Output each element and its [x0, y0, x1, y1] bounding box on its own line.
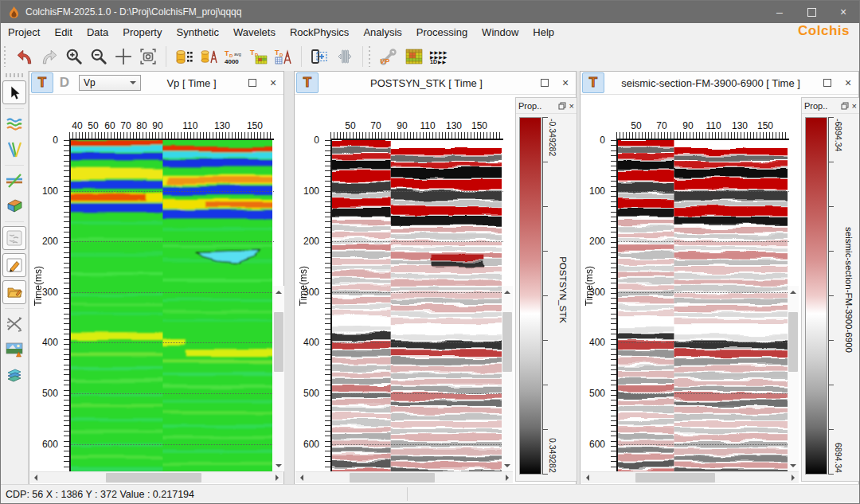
horizon-fault-lines-button[interactable]	[3, 170, 25, 192]
well-curves-icon	[6, 141, 23, 158]
1d-modeling-button[interactable]: ▶▶▶▶▶▶▶▶1D▶▶	[426, 45, 451, 68]
y-axis-ticks	[325, 140, 330, 475]
x-axis-labels: 507090110130150	[330, 115, 500, 131]
scroll-down-arrow[interactable]	[502, 460, 513, 471]
scroll-up-arrow[interactable]	[788, 286, 799, 297]
menu-item[interactable]: Project	[1, 23, 47, 42]
scrollbar-thumb[interactable]	[635, 473, 715, 483]
scroll-up-arrow[interactable]	[273, 286, 284, 297]
x-tick-label: 70	[656, 120, 666, 131]
property-select[interactable]: Vp	[79, 75, 141, 91]
scrollbar-thumb[interactable]	[274, 312, 283, 372]
close-button[interactable]: ×	[827, 1, 859, 23]
menu-item[interactable]: Synthetic	[169, 23, 225, 42]
split-view-add-button[interactable]	[307, 45, 332, 68]
panel-maximize-button[interactable]	[534, 76, 555, 89]
well-curves-button[interactable]	[3, 139, 25, 161]
scroll-left-arrow[interactable]	[295, 472, 307, 483]
vp-tools-button[interactable]: VP	[377, 45, 401, 68]
scroll-up-arrow[interactable]	[502, 286, 513, 297]
menu-item[interactable]: Data	[80, 23, 115, 42]
x-axis-labels: 405060708090110130150	[69, 115, 271, 131]
scroll-right-arrow[interactable]	[502, 472, 513, 483]
scrollbar-thumb[interactable]	[350, 473, 435, 483]
x-tick-label: 130	[214, 120, 230, 131]
td-average-4000-button[interactable]: TDavg4000	[221, 45, 246, 68]
menu-item[interactable]: Analysis	[356, 23, 408, 42]
wiggle-traces-button[interactable]	[332, 45, 357, 68]
menu-item[interactable]: Window	[475, 23, 526, 42]
menu-item[interactable]: Wavelets	[226, 23, 283, 42]
vertical-scrollbar[interactable]	[502, 286, 513, 471]
vertical-scrollbar[interactable]	[788, 286, 799, 471]
horizontal-scrollbar[interactable]	[581, 471, 799, 483]
scroll-right-arrow[interactable]	[788, 472, 799, 483]
x-tick-label: 90	[152, 120, 162, 131]
toolbar: TDavg4000 TD TD VP ▶▶▶▶▶▶▶▶1D▶▶	[1, 42, 859, 72]
sidebar-drag-handle[interactable]	[6, 73, 23, 77]
menu-item[interactable]: RockPhysics	[283, 23, 356, 42]
float-panel-button[interactable]	[558, 102, 566, 110]
menu-item[interactable]: Property	[115, 23, 169, 42]
menu-item[interactable]: Edit	[47, 23, 79, 42]
scrollbar-thumb[interactable]	[502, 312, 512, 372]
postsyn-plot[interactable]	[330, 139, 503, 476]
data-list-button[interactable]	[172, 45, 197, 68]
menu-item[interactable]: Help	[526, 23, 561, 42]
well-data-button[interactable]	[197, 45, 221, 68]
fault-sticks-button[interactable]	[3, 313, 25, 335]
property-grid-button[interactable]	[401, 45, 426, 68]
export-image-button[interactable]	[3, 338, 25, 361]
app-icon	[9, 6, 19, 18]
scroll-right-arrow[interactable]	[272, 472, 283, 483]
toolbar-drag-handle[interactable]	[367, 46, 372, 67]
zoom-out-button[interactable]	[86, 45, 111, 68]
edit-pencil-button[interactable]	[2, 253, 26, 277]
close-colorbar-button[interactable]: ×	[852, 101, 857, 111]
undo-button[interactable]	[12, 45, 37, 68]
vertical-scrollbar[interactable]	[273, 286, 284, 471]
close-colorbar-button[interactable]: ×	[569, 101, 574, 111]
time-view-tab-icon[interactable]: T	[31, 72, 53, 93]
depth-view-tab-icon[interactable]: D	[55, 73, 74, 92]
redo-button[interactable]	[37, 45, 61, 68]
scroll-down-arrow[interactable]	[273, 460, 284, 471]
horizons-button[interactable]	[3, 113, 25, 135]
flame-icon	[9, 6, 19, 18]
seismic-plot[interactable]	[616, 139, 789, 476]
td-well-button[interactable]: TD	[271, 45, 295, 68]
panel-maximize-button[interactable]	[817, 76, 838, 89]
scroll-left-arrow[interactable]	[30, 472, 41, 483]
crosshair-button[interactable]	[111, 45, 135, 68]
horizontal-scrollbar[interactable]	[30, 471, 283, 483]
panel-maximize-button[interactable]	[242, 76, 263, 89]
colorbar-header-title: Prop..	[518, 101, 541, 111]
float-panel-button[interactable]	[841, 102, 849, 110]
scrollbar-thumb[interactable]	[106, 473, 201, 483]
td-grid-button[interactable]: TD	[246, 45, 271, 68]
layers-button[interactable]	[3, 364, 25, 386]
zoom-in-button[interactable]	[61, 45, 86, 68]
time-view-tab-icon[interactable]: T	[582, 72, 604, 93]
colorbar-min-label: -6894.34	[834, 119, 843, 151]
panel-close-button[interactable]: ×	[555, 76, 576, 89]
time-view-tab-icon[interactable]: T	[296, 72, 319, 93]
scroll-left-arrow[interactable]	[581, 472, 592, 483]
scroll-down-arrow[interactable]	[788, 460, 799, 471]
toolbar-drag-handle[interactable]	[2, 46, 7, 67]
select-cursor-button[interactable]	[2, 80, 26, 104]
vp-plot[interactable]	[69, 139, 274, 476]
colorbar-gradient	[519, 117, 541, 475]
maximize-button[interactable]	[796, 1, 827, 23]
x-axis-ticks	[330, 132, 500, 139]
minimize-button[interactable]: –	[764, 1, 796, 23]
postsyn-section-image	[332, 140, 502, 475]
menu-item[interactable]: Processing	[409, 23, 475, 42]
panel-close-button[interactable]: ×	[838, 76, 858, 89]
scrollbar-thumb[interactable]	[788, 312, 798, 372]
open-edit-folder-button[interactable]	[2, 280, 26, 304]
geobody-3d-button[interactable]	[3, 195, 25, 217]
panel-close-button[interactable]: ×	[263, 76, 283, 89]
horizontal-scrollbar[interactable]	[295, 471, 513, 483]
snapshot-button[interactable]	[135, 45, 160, 68]
